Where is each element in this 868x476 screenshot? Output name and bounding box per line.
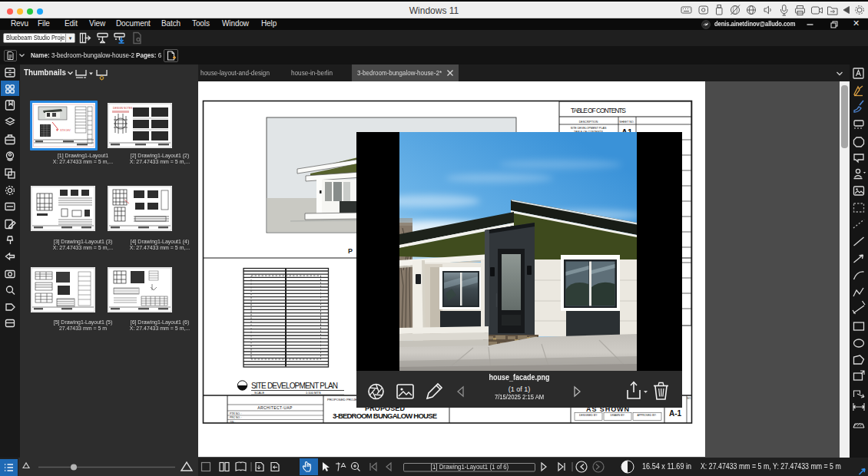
svg-text:A-1: A-1	[669, 409, 682, 418]
svg-text:SITE DEVELOPMENT PLAN: SITE DEVELOPMENT PLAN	[571, 127, 607, 130]
svg-text:NO.: NO.	[687, 397, 691, 400]
svg-text:DESCRIPTION: DESCRIPTION	[579, 121, 598, 124]
svg-text:3-BEDROOM BUNGALOW HOUSE: 3-BEDROOM BUNGALOW HOUSE	[333, 412, 437, 420]
svg-text:SHEET NO.: SHEET NO.	[619, 121, 634, 124]
svg-text:1:100 MTS: 1:100 MTS	[306, 391, 321, 395]
svg-text:DRAWN BY:: DRAWN BY:	[611, 414, 625, 417]
svg-text:ARCHITECT-UAP: ARCHITECT-UAP	[257, 405, 293, 410]
svg-text:TIN :: TIN :	[230, 421, 235, 424]
svg-text:SITE DEV: SITE DEV	[60, 129, 71, 132]
svg-text:SITE DEVELOPMENT PLAN: SITE DEVELOPMENT PLAN	[251, 382, 338, 390]
svg-text:DESIGNED BY:: DESIGNED BY:	[579, 414, 598, 417]
svg-text:PTR NO. :: PTR NO. :	[230, 412, 242, 415]
svg-text:SCALE: SCALE	[254, 391, 264, 395]
svg-text:DESIGN NOTES: DESIGN NOTES	[113, 107, 133, 110]
svg-text:PRC NO. :: PRC NO. :	[230, 416, 242, 419]
svg-text:TABLE OF CONTENTS: TABLE OF CONTENTS	[571, 107, 626, 114]
svg-text:APPROVED BY:: APPROVED BY:	[637, 414, 656, 417]
svg-text:P: P	[348, 247, 353, 255]
